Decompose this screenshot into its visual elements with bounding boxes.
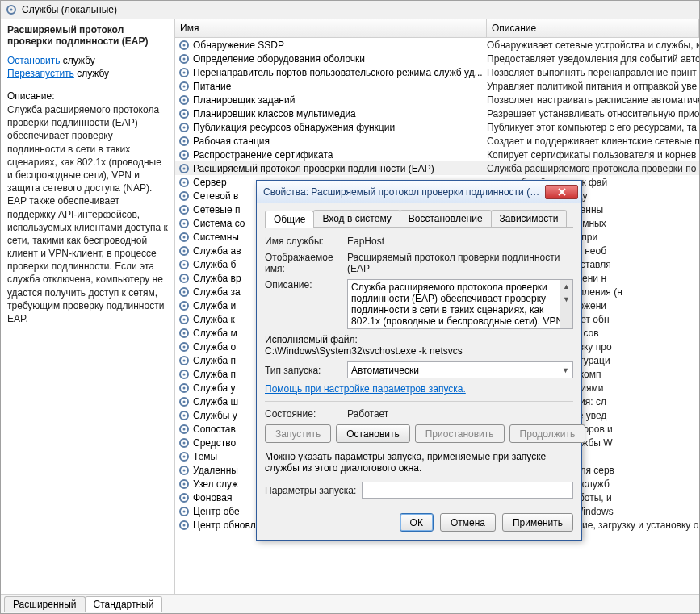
- properties-dialog: Свойства: Расширяемый протокол проверки …: [256, 180, 582, 541]
- gear-icon: [178, 232, 190, 243]
- service-name: Системны: [193, 232, 239, 243]
- service-desc: Создает и поддерживает клиентские сетевы…: [487, 136, 699, 147]
- service-name: Сервер: [193, 177, 227, 188]
- col-name[interactable]: Имя: [175, 19, 487, 37]
- stop-button[interactable]: Остановить: [336, 424, 410, 443]
- dialog-titlebar[interactable]: Свойства: Расширяемый протокол проверки …: [257, 181, 581, 203]
- service-desc: Служба расширяемого протокола проверки п…: [487, 163, 699, 174]
- svg-point-5: [183, 57, 186, 60]
- svg-point-45: [183, 332, 186, 334]
- left-pane: Расширяемый протокол проверки подлинност…: [1, 19, 175, 594]
- svg-point-69: [183, 496, 186, 499]
- gear-icon: [178, 410, 190, 421]
- svg-point-53: [183, 386, 186, 389]
- svg-point-19: [183, 153, 186, 156]
- desc-label: Описание:: [7, 90, 168, 102]
- tab-recovery[interactable]: Восстановление: [400, 210, 492, 227]
- pause-button: Приостановить: [415, 424, 505, 443]
- ok-button[interactable]: ОК: [400, 513, 434, 532]
- stop-link[interactable]: Остановить: [7, 55, 61, 66]
- desc-textarea[interactable]: Служба расширяемого протокола проверки п…: [347, 279, 573, 329]
- svg-point-17: [183, 140, 186, 142]
- service-row[interactable]: Расширяемый протокол проверки подлинност…: [175, 161, 699, 175]
- tab-standard[interactable]: Стандартный: [85, 596, 163, 612]
- gear-icon: [178, 204, 190, 215]
- val-state: Работает: [347, 408, 573, 420]
- gear-icon: [178, 437, 190, 449]
- cancel-button[interactable]: Отмена: [440, 513, 496, 532]
- titlebar: Службы (локальные): [1, 1, 699, 19]
- startup-select[interactable]: Автоматически ▼: [347, 361, 573, 378]
- gear-icon: [178, 492, 190, 503]
- service-name: Служба б: [193, 259, 236, 270]
- svg-point-33: [183, 249, 186, 252]
- service-name: Сетевой в: [193, 190, 238, 202]
- close-button[interactable]: [545, 185, 578, 199]
- scroll-down-icon[interactable]: ▼: [560, 293, 572, 306]
- service-row[interactable]: Определение оборудования оболочкиПредост…: [175, 52, 699, 65]
- svg-point-7: [183, 71, 186, 73]
- stop-suffix: службу: [61, 55, 95, 66]
- gear-icon: [6, 4, 17, 15]
- service-name: Темы: [193, 451, 217, 462]
- service-row[interactable]: Рабочая станцияСоздает и поддерживает кл…: [175, 134, 699, 148]
- gear-icon: [178, 245, 190, 257]
- lbl-service-name: Имя службы:: [265, 236, 347, 247]
- svg-point-21: [183, 167, 186, 169]
- gear-icon: [178, 382, 190, 394]
- gear-icon: [178, 355, 190, 366]
- svg-point-67: [183, 482, 186, 485]
- resume-button: Продолжить: [509, 424, 586, 443]
- scroll-up-icon[interactable]: ▲: [560, 280, 572, 293]
- svg-point-39: [183, 290, 186, 293]
- lbl-params: Параметры запуска:: [265, 485, 362, 496]
- service-desc: Публикует этот компьютер с его ресурсами…: [487, 122, 699, 133]
- svg-point-57: [183, 414, 186, 416]
- gear-icon: [178, 506, 190, 517]
- svg-point-3: [183, 44, 186, 46]
- gear-icon: [178, 40, 190, 51]
- service-name: Служба у: [193, 382, 236, 394]
- gear-icon: [178, 190, 190, 202]
- svg-point-29: [183, 222, 186, 224]
- service-name: Служба п: [193, 355, 236, 366]
- tab-extended[interactable]: Расширенный: [4, 596, 86, 612]
- svg-point-51: [183, 373, 186, 375]
- service-name: Расширяемый протокол проверки подлинност…: [193, 163, 434, 174]
- service-row[interactable]: Перенаправитель портов пользовательского…: [175, 65, 699, 79]
- tab-general[interactable]: Общие: [265, 211, 314, 228]
- service-row[interactable]: Планировщик классов мультимедиаРазрешает…: [175, 107, 699, 120]
- restart-link[interactable]: Перезапустить: [7, 68, 74, 79]
- chevron-down-icon: ▼: [562, 366, 569, 374]
- svg-point-63: [183, 455, 186, 457]
- tab-logon[interactable]: Вход в систему: [313, 210, 400, 227]
- svg-point-1: [10, 9, 13, 11]
- desc-content: Служба расширяемого протокола проверки п…: [351, 282, 563, 329]
- apply-button[interactable]: Применить: [502, 513, 573, 532]
- service-row[interactable]: Планировщик заданийПозволяет настраивать…: [175, 93, 699, 107]
- service-row[interactable]: ПитаниеУправляет политикой питания и отп…: [175, 79, 699, 93]
- service-row[interactable]: Распространение сертификатаКопирует серт…: [175, 148, 699, 161]
- gear-icon: [178, 451, 190, 462]
- col-desc[interactable]: Описание: [487, 19, 699, 37]
- dialog-tabs: Общие Вход в систему Восстановление Зави…: [265, 210, 573, 228]
- lbl-display-name: Отображаемое имя:: [265, 252, 347, 274]
- startup-help-link[interactable]: Помощь при настройке параметров запуска.: [265, 383, 466, 395]
- lbl-exe: Исполняемый файл:: [265, 334, 358, 345]
- service-name: Центр обе: [193, 506, 240, 517]
- gear-icon: [178, 424, 190, 435]
- tab-deps[interactable]: Зависимости: [491, 210, 568, 227]
- svg-point-71: [183, 510, 186, 512]
- lbl-state: Состояние:: [265, 408, 347, 420]
- service-desc: Позволяет настраивать расписание автомат…: [487, 94, 699, 106]
- gear-icon: [178, 341, 190, 353]
- service-row[interactable]: Обнаружение SSDPОбнаруживает сетевые уст…: [175, 38, 699, 52]
- svg-point-23: [183, 181, 186, 183]
- service-desc: Копирует сертификаты пользователя и корн…: [487, 149, 699, 161]
- gear-icon: [178, 314, 190, 325]
- service-row[interactable]: Публикация ресурсов обнаружения функцииП…: [175, 120, 699, 134]
- service-name: Планировщик классов мультимедиа: [193, 108, 356, 119]
- service-name: Система со: [193, 218, 245, 229]
- svg-point-11: [183, 98, 186, 101]
- scrollbar[interactable]: ▲ ▼: [560, 280, 572, 328]
